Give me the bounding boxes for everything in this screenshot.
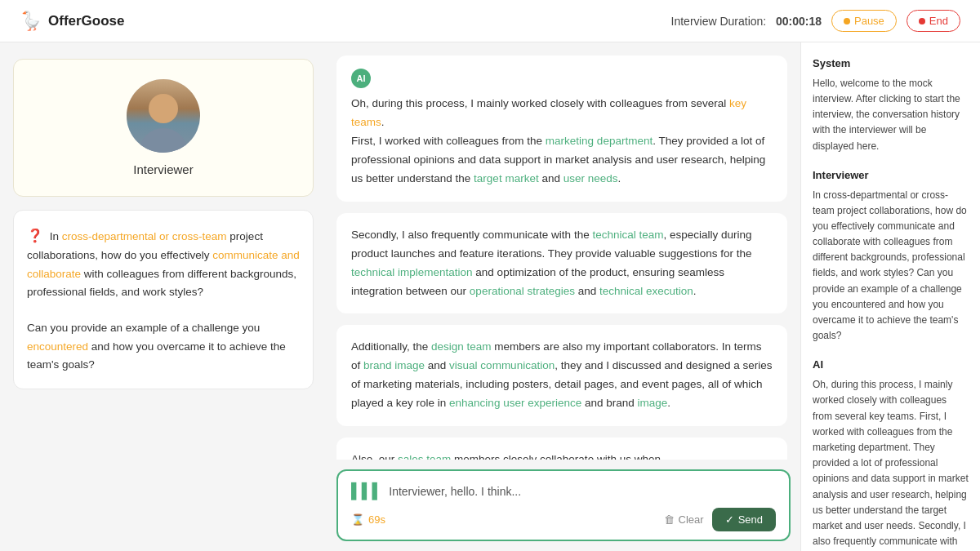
clear-button[interactable]: 🗑 Clear [664, 513, 704, 526]
header-right: Interview Duration: 00:00:18 Pause End [671, 10, 960, 32]
right-panel: System Hello, welcome to the mock interv… [800, 42, 980, 551]
input-footer: ⌛ 69s 🗑 Clear ✓ Send [351, 508, 776, 531]
interviewer-card: Interviewer [13, 59, 314, 197]
wave-icon: ▌▌▌ [351, 482, 382, 500]
question-box: ❓ In cross-departmental or cross-team pr… [13, 210, 314, 389]
sidebar-ai-content: Oh, during this process, I mainly worked… [813, 377, 969, 551]
ai-badge-1: AI [351, 69, 371, 88]
logo-text: OfferGoose [48, 13, 125, 29]
question-text: In cross-departmental or cross-team proj… [27, 230, 300, 371]
end-label: End [929, 15, 948, 27]
interviewer-name: Interviewer [133, 162, 193, 176]
sidebar-system-section: System Hello, welcome to the mock interv… [813, 56, 969, 154]
main-layout: Interviewer ❓ In cross-departmental or c… [0, 42, 980, 551]
pause-icon [844, 18, 850, 24]
bubble4-text: Also, our sales team members closely col… [351, 453, 661, 460]
avatar-image [127, 79, 200, 153]
timer-value: 69s [368, 513, 385, 526]
highlight-communicate: communicate and collaborate [27, 249, 300, 279]
highlight-cross-dept: cross-departmental or cross-team [62, 230, 227, 242]
send-label: Send [738, 513, 763, 526]
bubble3-text: Additionally, the design team members ar… [351, 340, 773, 409]
check-icon: ✓ [725, 513, 734, 526]
end-button[interactable]: End [906, 10, 960, 32]
chat-area: AI Oh, during this process, I mainly wor… [336, 56, 791, 460]
chat-bubble-3: Additionally, the design team members ar… [336, 325, 787, 426]
header: 🪿 OfferGoose Interview Duration: 00:00:1… [0, 0, 980, 42]
sidebar-interviewer-content: In cross-departmental or cross-team proj… [813, 188, 969, 344]
input-area: ▌▌▌ Interviewer, hello. I think... ⌛ 69s… [336, 469, 791, 541]
chat-bubble-4: Also, our sales team members closely col… [336, 438, 787, 460]
middle-panel: AI Oh, during this process, I mainly wor… [327, 42, 800, 551]
chat-bubble-1: AI Oh, during this process, I mainly wor… [336, 56, 787, 202]
hourglass-icon: ⌛ [351, 513, 364, 526]
sidebar-system-content: Hello, welcome to the mock interview. Af… [813, 76, 969, 154]
sidebar-ai-title: AI [813, 357, 969, 374]
question-icon: ❓ [27, 229, 43, 242]
sidebar-ai-section: AI Oh, during this process, I mainly wor… [813, 357, 969, 551]
pause-label: Pause [854, 15, 884, 27]
chat-bubble-2: Secondly, I also frequently communicate … [336, 213, 787, 314]
sidebar-interviewer-section: Interviewer In cross-departmental or cro… [813, 167, 969, 344]
logo-icon: 🪿 [20, 11, 42, 32]
input-text-row: ▌▌▌ Interviewer, hello. I think... [351, 482, 776, 500]
trash-icon: 🗑 [664, 513, 675, 526]
clear-label: Clear [679, 513, 704, 526]
duration-label: Interview Duration: 00:00:18 [671, 15, 822, 28]
end-icon [919, 18, 925, 24]
duration-value: 00:00:18 [776, 15, 822, 28]
send-button[interactable]: ✓ Send [712, 508, 776, 531]
input-actions: 🗑 Clear ✓ Send [664, 508, 776, 531]
bubble2-text: Secondly, I also frequently communicate … [351, 229, 752, 297]
sidebar-system-title: System [813, 56, 969, 73]
sidebar-interviewer-title: Interviewer [813, 167, 969, 184]
left-panel: Interviewer ❓ In cross-departmental or c… [0, 42, 327, 551]
timer-display: ⌛ 69s [351, 513, 385, 526]
bubble1-text: Oh, during this process, I mainly worked… [351, 97, 765, 184]
avatar [127, 79, 200, 153]
bubble-header-1: AI [351, 69, 773, 88]
highlight-encountered: encountered [27, 340, 88, 353]
logo: 🪿 OfferGoose [20, 11, 125, 32]
pause-button[interactable]: Pause [831, 10, 897, 32]
input-placeholder[interactable]: Interviewer, hello. I think... [389, 485, 521, 498]
